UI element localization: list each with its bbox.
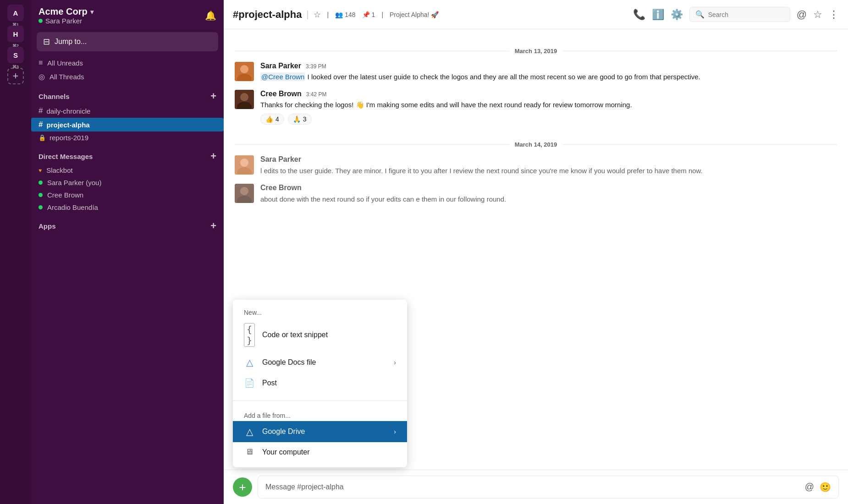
message-text: @Cree Brown I looked over the latest use…: [260, 72, 837, 82]
notifications-button[interactable]: 🔔: [205, 10, 216, 21]
channel-reports-2019[interactable]: 🔒 reports-2019: [31, 131, 224, 144]
message-content: Cree Brown about done with the next roun…: [260, 184, 837, 205]
gdrive-item[interactable]: △ Google Drive ›: [233, 421, 407, 442]
online-dot: [39, 193, 43, 197]
message-sender[interactable]: Cree Brown: [260, 184, 302, 192]
channel-daily-chronicle[interactable]: # daily-chronicle: [31, 104, 224, 118]
message-sara-2: Sara Parker l edits to the user guide. T…: [235, 155, 837, 176]
add-dm-button[interactable]: +: [210, 150, 216, 162]
message-content: Cree Brown 3:42 PM Thanks for checking t…: [260, 90, 837, 125]
snippet-item[interactable]: { } Code or text snippet: [233, 318, 407, 352]
message-header: Sara Parker 3:39 PM: [260, 62, 837, 70]
member-count[interactable]: 👥 148: [335, 11, 355, 18]
at-icon[interactable]: @: [805, 482, 814, 493]
add-file-label: Add a file from...: [233, 408, 407, 421]
message-sender[interactable]: Sara Parker: [260, 155, 301, 164]
message-sender[interactable]: Sara Parker: [260, 62, 301, 70]
avatar: [235, 90, 254, 109]
message-sender[interactable]: Cree Brown: [260, 90, 302, 98]
add-app-button[interactable]: +: [210, 220, 216, 232]
jump-to-button[interactable]: ⊟ Jump to...: [37, 32, 218, 51]
channel-topic: Project Alpha! 🚀: [390, 11, 439, 18]
workspace-icon-H[interactable]: H ⌘2: [7, 26, 24, 42]
search-input[interactable]: [708, 11, 784, 18]
add-workspace-button[interactable]: +: [7, 68, 24, 84]
main-content: #project-alpha | ☆ | 👥 148 📌 1 | Project…: [224, 0, 848, 504]
message-time: 3:42 PM: [306, 91, 327, 98]
search-box[interactable]: 🔍: [689, 7, 790, 22]
channel-project-alpha[interactable]: # project-alpha: [31, 118, 224, 131]
online-dot: [39, 181, 43, 185]
snippet-icon: { }: [244, 323, 255, 347]
reaction-thumbsup[interactable]: 👍 4: [260, 114, 284, 125]
post-item[interactable]: 📄 Post: [233, 373, 407, 393]
computer-icon: 🖥: [244, 447, 255, 457]
dm-sara-parker[interactable]: Sara Parker (you): [31, 176, 224, 189]
dm-slackbot[interactable]: ♥ Slackbot: [31, 164, 224, 176]
channel-header-left: #project-alpha | ☆ | 👥 148 📌 1 | Project…: [233, 9, 439, 21]
message-sara-1: Sara Parker 3:39 PM @Cree Brown I looked…: [235, 62, 837, 82]
mention-cree-brown[interactable]: @Cree Brown: [260, 72, 305, 81]
computer-item[interactable]: 🖥 Your computer: [233, 442, 407, 462]
info-button[interactable]: ℹ️: [652, 9, 664, 21]
hash-icon: #: [39, 106, 43, 115]
left-icon-strip: A ⌘1 H ⌘2 S ⌘3 +: [0, 0, 31, 504]
jump-to-icon: ⊟: [43, 37, 50, 47]
attach-button[interactable]: +: [233, 477, 252, 497]
search-icon: 🔍: [695, 10, 705, 19]
call-button[interactable]: 📞: [633, 9, 645, 21]
emoji-icon[interactable]: 🙂: [820, 482, 831, 493]
message-content: Sara Parker 3:39 PM @Cree Brown I looked…: [260, 62, 837, 82]
channels-section-header: Channels +: [31, 84, 224, 104]
channel-header-right: 📞 ℹ️ ⚙️ 🔍 @ ☆ ⋮: [633, 7, 839, 22]
gdocs-icon: △: [244, 357, 255, 368]
message-text: l edits to the user guide. They are mino…: [260, 165, 837, 176]
add-channel-button[interactable]: +: [210, 90, 216, 102]
hash-icon: #: [39, 120, 43, 129]
gdrive-icon: △: [244, 426, 255, 437]
date-divider-march14: March 14, 2019: [235, 141, 837, 148]
sidebar-item-all-threads[interactable]: ◎ All Threads: [31, 70, 224, 84]
svg-point-10: [240, 187, 248, 195]
current-user-name: Sara Parker: [45, 17, 82, 25]
message-input-area: + Message #project-alpha @ 🙂: [224, 470, 848, 504]
channel-meta: ☆ | 👥 148 📌 1 | Project Alpha! 🚀: [314, 10, 439, 20]
workspace-name[interactable]: Acme Corp ▾: [39, 6, 94, 17]
sidebar-item-all-unreads[interactable]: ≡ All Unreads: [31, 56, 224, 70]
sidebar-header: Acme Corp ▾ Sara Parker 🔔: [31, 0, 224, 29]
reactions: 👍 4 🙏 3: [260, 114, 837, 125]
svg-point-1: [240, 65, 248, 73]
workspace-icon-S[interactable]: S ⌘3: [7, 47, 24, 63]
dm-cree-brown[interactable]: Cree Brown: [31, 189, 224, 201]
avatar: [235, 62, 254, 81]
message-time: 3:39 PM: [306, 63, 326, 70]
lock-icon: 🔒: [39, 134, 46, 141]
at-mention-button[interactable]: @: [797, 9, 807, 21]
sidebar: Acme Corp ▾ Sara Parker 🔔 ⊟ Jump to... ≡…: [31, 0, 224, 504]
pin-count[interactable]: 📌 1: [362, 11, 375, 18]
more-options-button[interactable]: ⋮: [829, 9, 839, 21]
reaction-pray[interactable]: 🙏 3: [288, 114, 312, 125]
dm-arcadio-buendia[interactable]: Arcadio Buendía: [31, 201, 224, 214]
user-status: Sara Parker: [39, 17, 94, 25]
avatar: [235, 184, 254, 203]
new-label: New...: [233, 305, 407, 318]
apps-section-header: Apps +: [31, 214, 224, 234]
settings-button[interactable]: ⚙️: [671, 9, 683, 21]
channel-header: #project-alpha | ☆ | 👥 148 📌 1 | Project…: [224, 0, 848, 29]
workspace-icon-A[interactable]: A ⌘1: [7, 5, 24, 21]
pin-icon: 📌: [362, 11, 370, 18]
gdrive-arrow: ›: [394, 428, 396, 435]
gdocs-item[interactable]: △ Google Docs file ›: [233, 352, 407, 373]
message-text: Thanks for checking the logos! 👋 I'm mak…: [260, 100, 837, 110]
channel-name: #project-alpha: [233, 9, 302, 21]
status-dot: [39, 19, 43, 23]
message-text: about done with the next round so if you…: [260, 194, 837, 205]
svg-point-7: [240, 159, 248, 167]
slackbot-icon: ♥: [39, 167, 42, 174]
star-icon[interactable]: ☆: [314, 10, 321, 20]
message-placeholder: Message #project-alpha: [265, 483, 344, 491]
star-button[interactable]: ☆: [813, 9, 822, 21]
dm-section-header: Direct Messages +: [31, 144, 224, 164]
message-input-box[interactable]: Message #project-alpha @ 🙂: [258, 476, 839, 499]
